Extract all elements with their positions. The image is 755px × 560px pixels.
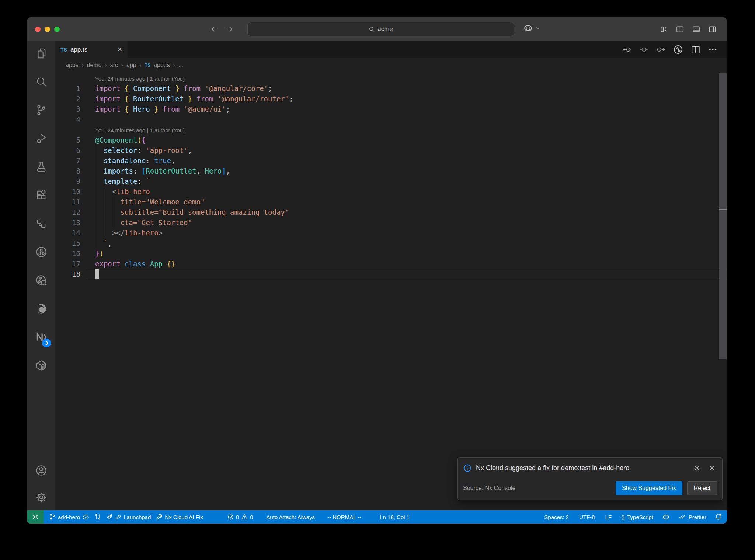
copilot-menu[interactable] xyxy=(523,23,540,33)
breadcrumb-item[interactable]: app xyxy=(126,62,136,69)
breadcrumb-overflow[interactable]: ... xyxy=(178,62,183,69)
sidebar-item-gitlens-inspect[interactable] xyxy=(27,266,55,294)
code-line: 12 subtitle="Build something amazing tod… xyxy=(55,207,727,217)
auto-attach-status[interactable]: Auto Attach: Always xyxy=(264,514,317,520)
rocket-icon xyxy=(106,514,113,520)
sidebar-item-source-control[interactable] xyxy=(27,96,55,124)
sidebar-item-containers[interactable] xyxy=(27,351,55,379)
edge-browser-icon xyxy=(35,303,47,315)
notification-settings-gear-icon[interactable] xyxy=(693,464,701,472)
breadcrumb-item[interactable]: apps xyxy=(66,62,79,69)
chevron-down-icon xyxy=(535,26,540,31)
command-center-search[interactable]: acme xyxy=(247,22,514,36)
sidebar-item-settings[interactable] xyxy=(27,484,55,510)
activity-bar: 3 xyxy=(27,41,55,510)
sidebar-item-gitlens[interactable] xyxy=(27,238,55,266)
code-line: 8 imports: [RouterOutlet, Hero], xyxy=(55,166,727,176)
next-change-icon[interactable] xyxy=(656,45,665,54)
copilot-status[interactable] xyxy=(660,513,672,521)
editor-scrollbar[interactable] xyxy=(719,73,727,359)
sidebar-item-explorer[interactable] xyxy=(27,39,55,67)
navigate-back-icon[interactable] xyxy=(210,24,219,34)
sidebar-item-hierarchy[interactable] xyxy=(27,209,55,238)
split-editor-icon[interactable] xyxy=(691,45,700,55)
vim-mode-status[interactable]: -- NORMAL -- xyxy=(325,514,364,520)
bell-icon xyxy=(714,513,722,521)
remote-indicator[interactable] xyxy=(27,510,44,524)
line-number xyxy=(55,125,86,135)
copilot-icon xyxy=(662,513,670,521)
eol-status[interactable]: LF xyxy=(602,514,614,520)
gitlens-graph-icon[interactable] xyxy=(673,45,683,55)
close-tab-icon[interactable]: ✕ xyxy=(117,46,122,53)
nx-badge: 3 xyxy=(42,339,51,347)
problems-status[interactable]: 0 0 xyxy=(225,514,256,520)
breadcrumb-item[interactable]: demo xyxy=(87,62,102,69)
git-compare-status[interactable] xyxy=(92,514,104,520)
code-line: 4 xyxy=(55,114,727,125)
info-icon xyxy=(463,464,472,472)
indent-guide xyxy=(112,217,112,228)
sidebar-item-extensions[interactable] xyxy=(27,181,55,209)
code-line: 7 standalone: true, xyxy=(55,155,727,166)
toggle-panel-icon[interactable] xyxy=(692,25,700,34)
launchpad-status[interactable]: Launchpad xyxy=(104,514,153,520)
sidebar-item-run-debug[interactable] xyxy=(27,124,55,153)
line-number: 11 xyxy=(55,197,86,207)
toggle-primary-sidebar-icon[interactable] xyxy=(676,25,684,34)
language-mode-status[interactable]: {} TypeScript xyxy=(619,514,656,520)
error-icon xyxy=(227,514,234,520)
code-line: 11 title="Welcmoe demo" xyxy=(55,197,727,207)
sidebar-item-search[interactable] xyxy=(27,67,55,96)
search-icon xyxy=(36,76,47,87)
current-change-icon[interactable] xyxy=(639,45,648,54)
tab-label: app.ts xyxy=(70,46,87,53)
notifications-bell[interactable] xyxy=(712,513,722,521)
code-line: 15 `, xyxy=(55,238,727,248)
gear-icon xyxy=(35,491,47,503)
more-actions-icon[interactable] xyxy=(708,45,717,54)
code-line: 17export class App {} xyxy=(55,259,727,269)
zoom-window-button[interactable] xyxy=(54,27,60,32)
indent-guide xyxy=(104,207,104,217)
breadcrumb-file[interactable]: app.ts xyxy=(154,62,170,69)
tab-bar: TS app.ts ✕ xyxy=(55,41,727,58)
nx-cloud-ai-fix-status[interactable]: Nx Cloud AI Fix xyxy=(153,514,205,520)
indentation-status[interactable]: Spaces: 2 xyxy=(542,514,571,520)
minimize-window-button[interactable] xyxy=(45,27,50,32)
navigate-forward-icon[interactable] xyxy=(225,24,234,34)
tab-app-ts[interactable]: TS app.ts ✕ xyxy=(55,41,128,58)
git-branch-status[interactable]: add-hero xyxy=(46,514,92,521)
sidebar-item-testing[interactable] xyxy=(27,153,55,181)
nx-fix-label: Nx Cloud AI Fix xyxy=(165,514,203,520)
show-suggested-fix-button[interactable]: Show Suggested Fix xyxy=(616,481,682,495)
sidebar-item-accounts[interactable] xyxy=(27,456,55,484)
notification-close-icon[interactable] xyxy=(709,465,716,472)
cursor-position-status[interactable]: Ln 18, Col 1 xyxy=(377,514,412,520)
sidebar-item-nx-console[interactable]: 3 xyxy=(27,323,55,351)
notification-source: Source: Nx Console xyxy=(463,485,515,491)
indent-guide xyxy=(95,186,95,197)
indent-guide xyxy=(95,238,95,248)
line-number: 16 xyxy=(55,248,86,259)
reject-button[interactable]: Reject xyxy=(687,481,717,495)
code-line: 6 selector: 'app-root', xyxy=(55,145,727,155)
sidebar-item-edge-tools[interactable] xyxy=(27,294,55,323)
toggle-secondary-sidebar-icon[interactable] xyxy=(708,25,717,34)
formatter-status[interactable]: ✓✓ Prettier xyxy=(676,514,709,521)
customize-layout-icon[interactable] xyxy=(660,25,668,34)
code-line: 2import { RouterOutlet } from '@angular/… xyxy=(55,94,727,104)
code-editor[interactable]: You, 24 minutes ago | 1 author (You)1imp… xyxy=(55,72,727,510)
indent-guide xyxy=(112,197,112,207)
close-window-button[interactable] xyxy=(35,27,41,32)
encoding-status[interactable]: UTF-8 xyxy=(577,514,598,520)
git-compare-icon xyxy=(94,514,101,520)
code-line: 1import { Component } from '@angular/cor… xyxy=(55,83,727,94)
search-icon xyxy=(369,26,375,32)
breadcrumb-item[interactable]: src xyxy=(110,62,118,69)
warning-count: 0 xyxy=(250,514,253,520)
wrench-icon xyxy=(156,514,163,520)
notification-title: Nx Cloud suggested a fix for demo:test i… xyxy=(476,464,689,472)
previous-change-icon[interactable] xyxy=(622,45,632,54)
typescript-file-icon: TS xyxy=(145,63,150,68)
